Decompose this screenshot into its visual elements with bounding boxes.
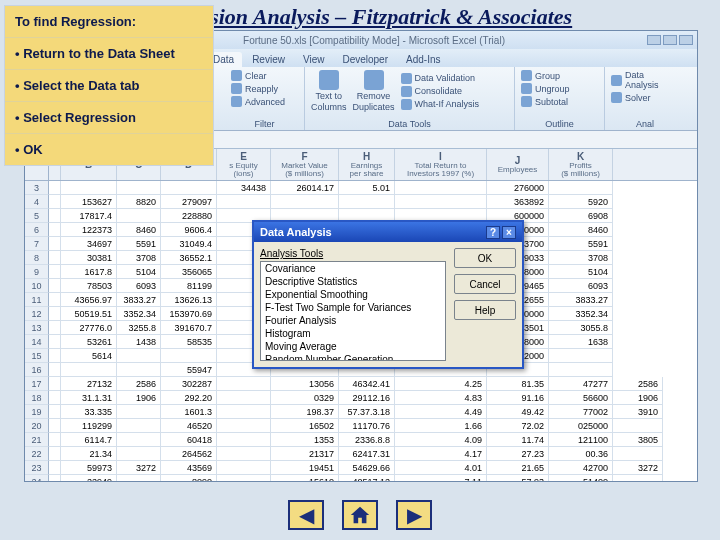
cell[interactable] — [217, 461, 271, 475]
ok-button[interactable]: OK — [454, 248, 516, 268]
cell[interactable]: 22949 — [61, 475, 117, 482]
cell[interactable]: 4.25 — [395, 377, 487, 391]
cell[interactable]: 6093 — [117, 279, 161, 293]
table-row[interactable]: 1933.3351601.3198.3757.37.3.184.4949.427… — [25, 405, 697, 419]
help-button[interactable]: Help — [454, 300, 516, 320]
cell[interactable]: 121100 — [549, 433, 613, 447]
cell[interactable]: 1601.3 — [161, 405, 217, 419]
cell[interactable]: 27776.0 — [61, 321, 117, 335]
dialog-close-icon[interactable]: × — [502, 226, 516, 239]
table-row[interactable]: 33443826014.175.01276000 — [25, 181, 697, 195]
table-row[interactable]: 23599733272435691945154629.664.0121.6542… — [25, 461, 697, 475]
row-number[interactable]: 9 — [25, 265, 49, 279]
analysis-option[interactable]: Descriptive Statistics — [261, 275, 445, 288]
cell[interactable]: 34438 — [217, 181, 271, 195]
ribbon-subtotal[interactable]: Subtotal — [521, 96, 598, 107]
cell[interactable] — [217, 447, 271, 461]
cell[interactable]: 62417.31 — [339, 447, 395, 461]
cell[interactable] — [217, 391, 271, 405]
cell[interactable] — [49, 335, 61, 349]
cell[interactable]: 4.09 — [395, 433, 487, 447]
cell[interactable] — [49, 181, 61, 195]
nav-next-button[interactable]: ▶ — [396, 500, 432, 530]
cell[interactable]: 5.01 — [339, 181, 395, 195]
cell[interactable] — [217, 377, 271, 391]
cell[interactable] — [49, 209, 61, 223]
row-number[interactable]: 11 — [25, 293, 49, 307]
cell[interactable]: 3352.34 — [549, 307, 613, 321]
row-number[interactable]: 5 — [25, 209, 49, 223]
ribbon-consolidate[interactable]: Consolidate — [401, 86, 480, 97]
row-number[interactable]: 17 — [25, 377, 49, 391]
cell[interactable]: 31.1.31 — [61, 391, 117, 405]
column-header[interactable]: JEmployees — [487, 149, 549, 180]
cell[interactable]: 8460 — [117, 223, 161, 237]
cell[interactable]: 228880 — [161, 209, 217, 223]
cell[interactable]: 13056 — [271, 377, 339, 391]
row-number[interactable]: 14 — [25, 335, 49, 349]
ribbon-remove-duplicates[interactable]: RemoveDuplicates — [353, 70, 395, 112]
column-header[interactable]: ITotal Return to Investors 1997 (%) — [395, 149, 487, 180]
cell[interactable]: 1617.8 — [61, 265, 117, 279]
cell[interactable]: 16502 — [271, 419, 339, 433]
dialog-titlebar[interactable]: Data Analysis ? × — [254, 222, 522, 242]
row-number[interactable]: 19 — [25, 405, 49, 419]
row-number[interactable]: 8 — [25, 251, 49, 265]
cell[interactable]: 57.37.3.18 — [339, 405, 395, 419]
cell[interactable] — [49, 293, 61, 307]
cell[interactable]: 72.02 — [487, 419, 549, 433]
row-number[interactable]: 20 — [25, 419, 49, 433]
column-header[interactable]: HEarnings per share — [339, 149, 395, 180]
cell[interactable] — [161, 181, 217, 195]
cell[interactable] — [339, 195, 395, 209]
analysis-option[interactable]: Exponential Smoothing — [261, 288, 445, 301]
cell[interactable]: 122373 — [61, 223, 117, 237]
cell[interactable]: 29112.16 — [339, 391, 395, 405]
table-row[interactable]: 172713225863022871305646342.414.2581.354… — [25, 377, 697, 391]
cell[interactable] — [117, 181, 161, 195]
table-row[interactable]: 216114.76041813532336.8.84.0911.74121100… — [25, 433, 697, 447]
cell[interactable] — [117, 209, 161, 223]
cell[interactable]: 31049.4 — [161, 237, 217, 251]
cell[interactable]: 8090 — [161, 475, 217, 482]
cell[interactable]: 17817.4 — [61, 209, 117, 223]
cell[interactable]: 3352.34 — [117, 307, 161, 321]
cell[interactable]: 81.35 — [487, 377, 549, 391]
cell[interactable]: 3272 — [613, 461, 663, 475]
cell[interactable] — [395, 181, 487, 195]
cell[interactable]: 77002 — [549, 405, 613, 419]
cell[interactable]: 49.42 — [487, 405, 549, 419]
cell[interactable] — [49, 251, 61, 265]
tab-addins[interactable]: Add-Ins — [398, 52, 448, 67]
cell[interactable]: 11170.76 — [339, 419, 395, 433]
cell[interactable]: 21.34 — [61, 447, 117, 461]
cell[interactable]: 81199 — [161, 279, 217, 293]
cell[interactable]: 21317 — [271, 447, 339, 461]
cell[interactable]: 1353 — [271, 433, 339, 447]
cell[interactable]: 53261 — [61, 335, 117, 349]
row-number[interactable]: 16 — [25, 363, 49, 377]
row-number[interactable]: 13 — [25, 321, 49, 335]
cell[interactable]: 4.49 — [395, 405, 487, 419]
column-header[interactable]: KProfits ($ millions) — [549, 149, 613, 180]
cell[interactable] — [49, 447, 61, 461]
ribbon-ungroup[interactable]: Ungroup — [521, 83, 598, 94]
cell[interactable] — [49, 321, 61, 335]
cell[interactable] — [217, 419, 271, 433]
cell[interactable] — [49, 195, 61, 209]
dialog-help-icon[interactable]: ? — [486, 226, 500, 239]
cell[interactable]: 50519.51 — [61, 307, 117, 321]
cell[interactable]: 3833.27 — [117, 293, 161, 307]
row-number[interactable]: 4 — [25, 195, 49, 209]
cell[interactable]: 279097 — [161, 195, 217, 209]
cell[interactable]: 5104 — [549, 265, 613, 279]
cell[interactable]: 42700 — [549, 461, 613, 475]
cell[interactable]: 119299 — [61, 419, 117, 433]
cell[interactable]: 5104 — [117, 265, 161, 279]
cell[interactable] — [49, 419, 61, 433]
cell[interactable]: 4.83 — [395, 391, 487, 405]
analysis-option[interactable]: Histogram — [261, 327, 445, 340]
row-number[interactable]: 10 — [25, 279, 49, 293]
cell[interactable] — [49, 265, 61, 279]
cell[interactable]: 00.36 — [549, 447, 613, 461]
